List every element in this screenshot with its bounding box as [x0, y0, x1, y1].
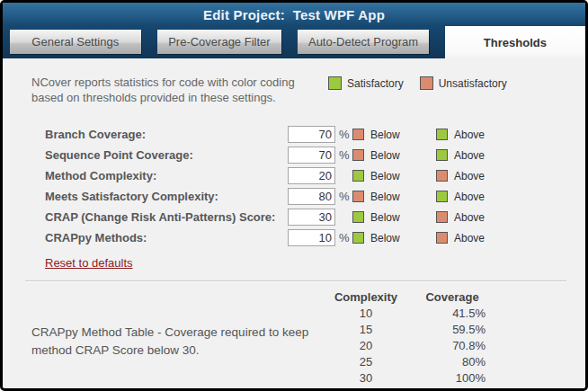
reset-to-defaults-link[interactable]: Reset to defaults [45, 256, 133, 270]
tab-pre-coverage-filter[interactable]: Pre-Coverage Filter [157, 30, 282, 54]
threshold-label: CRAP (Change Risk Anti-Patterns) Score: [45, 210, 288, 224]
threshold-value-input[interactable] [288, 209, 335, 226]
threshold-unit: % [336, 231, 352, 244]
above-color-swatch [436, 211, 448, 223]
tab-thresholds[interactable]: Thresholds [445, 26, 585, 58]
legend: Satisfactory Unsatisfactory [328, 76, 507, 90]
intro-section: NCover reports statistics for code with … [31, 75, 567, 105]
above-color-swatch [436, 129, 448, 140]
below-indicator: Below [352, 129, 436, 141]
below-label: Below [370, 232, 400, 244]
crappy-table-section: CRAPpy Method Table - Coverage required … [31, 289, 567, 387]
above-label: Above [454, 170, 485, 182]
column-header-complexity: Complexity [328, 289, 404, 306]
below-color-swatch [352, 211, 364, 223]
below-indicator: Below [352, 191, 436, 203]
threshold-unit: % [336, 148, 352, 162]
below-indicator: Below [352, 211, 436, 224]
threshold-unit: % [336, 190, 352, 203]
threshold-row: Branch Coverage: % Below Above [45, 124, 567, 145]
below-color-swatch [352, 129, 364, 140]
above-indicator: Above [436, 211, 567, 224]
above-label: Above [454, 211, 485, 224]
threshold-label: Method Complexity: [45, 169, 288, 182]
above-label: Above [454, 232, 485, 244]
below-indicator: Below [352, 232, 436, 244]
edit-project-dialog: Edit Project: Test WPF App General Setti… [0, 0, 588, 391]
intro-description: NCover reports statistics for code with … [31, 75, 328, 105]
threshold-label: Meets Satisfactory Complexity: [45, 190, 288, 203]
crappy-table-row: 25 80% [328, 354, 501, 370]
threshold-value-input[interactable] [288, 188, 335, 205]
thresholds-panel: NCover reports statistics for code with … [3, 58, 585, 387]
threshold-row: CRAP (Change Risk Anti-Patterns) Score: … [45, 207, 567, 227]
crappy-table-row: 30 100% [328, 370, 501, 387]
threshold-value-input[interactable] [288, 229, 335, 246]
above-indicator: Above [436, 232, 567, 244]
above-indicator: Above [436, 149, 567, 162]
below-color-swatch [352, 170, 364, 182]
threshold-label: Sequence Point Coverage: [45, 148, 288, 162]
crappy-table-body: 10 41.5% 15 59.5% 20 70.8% 25 80% 30 100… [328, 306, 501, 387]
dialog-title: Edit Project: Test WPF App [203, 7, 385, 22]
threshold-value-input[interactable] [288, 167, 335, 184]
title-bar: Edit Project: Test WPF App [3, 3, 585, 26]
below-label: Below [370, 170, 400, 182]
above-color-swatch [436, 191, 448, 202]
threshold-row: CRAPpy Methods: % Below Above [45, 227, 567, 248]
tab-bar: General SettingsPre-Coverage FilterAuto-… [3, 26, 585, 58]
threshold-row: Meets Satisfactory Complexity: % Below A… [45, 186, 567, 207]
above-label: Above [454, 149, 485, 162]
tab-auto-detect-program[interactable]: Auto-Detect Program [298, 30, 429, 54]
above-label: Above [454, 129, 485, 141]
threshold-label: Branch Coverage: [45, 128, 288, 141]
below-indicator: Below [352, 170, 436, 182]
legend-item: Satisfactory [328, 76, 404, 90]
crappy-table-row: 10 41.5% [328, 306, 501, 322]
legend-color-swatch [328, 76, 342, 90]
crappy-table-row: 20 70.8% [328, 338, 501, 354]
legend-item: Unsatisfactory [420, 76, 507, 90]
below-color-swatch [352, 149, 364, 161]
below-label: Below [370, 129, 400, 141]
threshold-row: Method Complexity: Below Above [45, 165, 567, 186]
threshold-label: CRAPpy Methods: [45, 231, 288, 244]
crappy-method-table: Complexity Coverage 10 41.5% 15 59.5% 20… [328, 289, 501, 387]
divider [25, 280, 566, 282]
legend-label: Satisfactory [347, 77, 404, 90]
below-label: Below [370, 191, 400, 203]
threshold-row: Sequence Point Coverage: % Below Above [45, 145, 567, 165]
tab-general-settings[interactable]: General Settings [10, 30, 141, 54]
threshold-value-input[interactable] [288, 147, 335, 164]
above-color-swatch [436, 149, 448, 161]
threshold-rows: Branch Coverage: % Below Above Sequence … [45, 124, 567, 248]
below-label: Below [370, 149, 400, 162]
below-indicator: Below [352, 149, 436, 162]
above-color-swatch [436, 232, 448, 244]
above-indicator: Above [436, 191, 567, 203]
above-indicator: Above [436, 129, 567, 141]
column-header-coverage: Coverage [404, 289, 501, 306]
above-label: Above [454, 191, 485, 203]
crappy-table-row: 15 59.5% [328, 322, 501, 338]
crappy-table-note: CRAPpy Method Table - Coverage required … [31, 324, 321, 387]
crappy-table-row: 31+ Uncharted [328, 387, 501, 387]
below-label: Below [370, 211, 400, 224]
threshold-value-input[interactable] [288, 126, 335, 143]
above-color-swatch [436, 170, 448, 182]
above-indicator: Above [436, 170, 567, 182]
legend-label: Unsatisfactory [439, 77, 507, 90]
legend-color-swatch [420, 76, 433, 90]
below-color-swatch [352, 191, 364, 202]
below-color-swatch [352, 232, 364, 244]
threshold-unit: % [336, 128, 352, 141]
